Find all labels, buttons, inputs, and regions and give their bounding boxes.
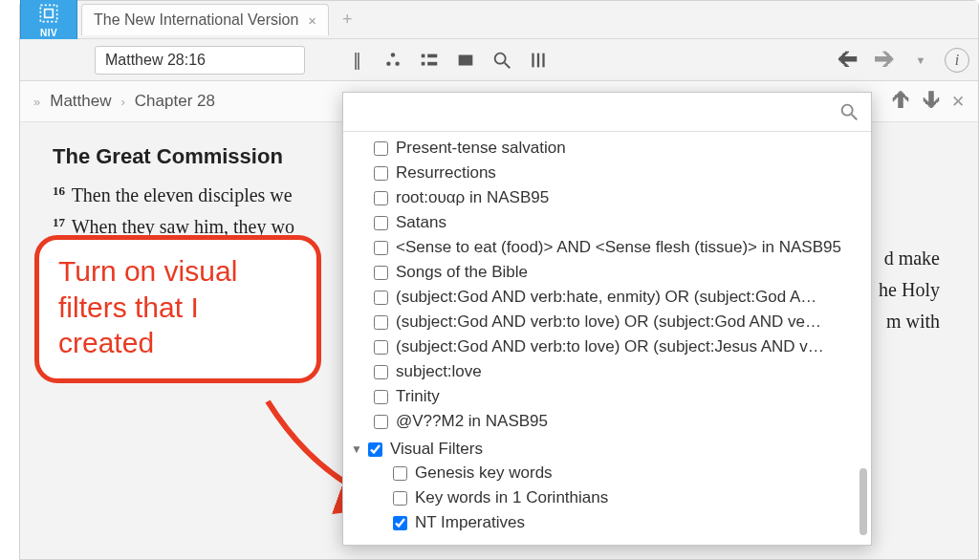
panel-body: Present-tense salvation Resurrections ro…	[343, 132, 871, 545]
filter-checkbox[interactable]	[374, 266, 388, 280]
annotation-text: Turn on visual filters that I created	[58, 255, 237, 358]
filter-item[interactable]: Trinity	[347, 384, 863, 409]
filter-label: Resurrections	[396, 163, 496, 183]
filter-checkbox[interactable]	[374, 241, 388, 255]
panel-search-input[interactable]	[355, 98, 838, 125]
back-arrow-icon[interactable]: 🡰	[835, 47, 861, 74]
svg-point-15	[842, 105, 853, 116]
filter-label: Genesis key words	[415, 463, 553, 483]
info-button[interactable]: i	[944, 47, 970, 74]
svg-rect-7	[427, 54, 437, 57]
filter-item[interactable]: (subject:God AND verb:hate, enmity) OR (…	[347, 285, 863, 310]
annotation-callout: Turn on visual filters that I created	[34, 235, 321, 383]
scrollbar-thumb[interactable]	[859, 468, 867, 535]
filter-checkbox[interactable]	[393, 491, 407, 506]
filter-item[interactable]: Present-tense salvation	[347, 136, 863, 161]
svg-point-2	[391, 53, 395, 56]
parallel-icon[interactable]: ‖	[343, 47, 370, 74]
filter-item[interactable]: Songs of the Bible	[347, 260, 863, 285]
panel-search-row	[343, 93, 871, 132]
filter-item[interactable]: Resurrections	[347, 161, 863, 185]
breadcrumb-close-icon[interactable]: ✕	[951, 92, 965, 112]
dots-icon[interactable]	[380, 47, 406, 74]
filter-checkbox[interactable]	[374, 315, 388, 330]
filter-label: (subject:God AND verb:hate, enmity) OR (…	[396, 288, 816, 307]
filter-item[interactable]: (subject:God AND verb:to love) OR (subje…	[347, 310, 863, 334]
filter-label: root:ουαρ in NASB95	[396, 188, 549, 207]
new-tab-button[interactable]: +	[329, 4, 366, 35]
svg-line-16	[852, 115, 858, 120]
filter-item[interactable]: <Sense to eat (food)> AND <Sense flesh (…	[347, 235, 863, 260]
filter-checkbox[interactable]	[374, 216, 388, 230]
filter-item[interactable]: @V??M2 in NASB95	[347, 409, 863, 434]
filter-label: Key words in 1 Corinthians	[415, 488, 608, 507]
chevron-right-icon: ›	[120, 95, 124, 109]
group-checkbox[interactable]	[368, 442, 382, 457]
verse-text: When they saw him, they wo	[72, 216, 294, 237]
filter-label: Present-tense salvation	[396, 139, 566, 158]
filter-checkbox[interactable]	[374, 166, 388, 181]
visual-filters-panel: Present-tense salvation Resurrections ro…	[342, 92, 872, 546]
breadcrumb-book[interactable]: Matthew	[50, 92, 111, 111]
filter-checkbox[interactable]	[374, 365, 388, 379]
svg-point-10	[495, 53, 506, 63]
filter-label: Trinity	[396, 387, 440, 406]
filter-checkbox[interactable]	[374, 191, 388, 205]
filter-label: (subject:God AND verb:to love) OR (subje…	[396, 337, 824, 356]
forward-menu-caret-icon[interactable]: ▼	[907, 47, 934, 74]
svg-point-3	[386, 61, 390, 65]
svg-rect-5	[422, 54, 425, 57]
verse-text: Then the eleven disciples we	[72, 184, 293, 205]
reference-input[interactable]	[95, 46, 305, 75]
list-icon[interactable]	[416, 47, 443, 74]
breadcrumb-expand-icon[interactable]: »	[33, 95, 40, 109]
filter-label: Songs of the Bible	[396, 263, 528, 282]
search-icon[interactable]	[489, 47, 515, 74]
subfilter-item[interactable]: Genesis key words	[347, 461, 863, 485]
triangle-down-icon[interactable]: ▼	[351, 442, 362, 456]
group-label: Visual Filters	[390, 440, 483, 459]
forward-arrow-icon[interactable]: 🡲	[871, 47, 898, 74]
filter-label: Satans	[396, 213, 446, 232]
svg-rect-0	[40, 5, 56, 21]
svg-rect-9	[459, 54, 473, 65]
filter-label: subject:love	[396, 362, 482, 381]
filter-item[interactable]: Satans	[347, 210, 863, 235]
filter-item[interactable]: root:ουαρ in NASB95	[347, 185, 863, 210]
tab-bar: NIV The New International Version × +	[20, 1, 978, 39]
svg-point-4	[395, 61, 399, 65]
verse-number: 17	[53, 215, 65, 229]
filter-checkbox[interactable]	[374, 415, 388, 429]
svg-rect-6	[422, 61, 425, 65]
verse-number: 16	[53, 183, 65, 198]
filter-group-visual-filters[interactable]: ▼ Visual Filters	[347, 434, 863, 461]
tab-main[interactable]: The New International Version ×	[81, 4, 329, 35]
toolbar: ‖ 🡰 🡲 ▼ i	[20, 39, 978, 81]
svg-rect-1	[45, 10, 54, 18]
filter-label: @V??M2 in NASB95	[396, 412, 548, 431]
filter-checkbox[interactable]	[393, 466, 407, 481]
filter-item[interactable]: (subject:God AND verb:to love) OR (subje…	[347, 334, 863, 359]
filter-label: <Sense to eat (food)> AND <Sense flesh (…	[396, 238, 841, 257]
svg-rect-8	[427, 61, 437, 65]
close-icon[interactable]: ×	[308, 12, 316, 29]
search-icon[interactable]	[838, 101, 859, 122]
subfilter-item[interactable]: Key words in 1 Corinthians	[347, 485, 863, 510]
block-icon[interactable]	[452, 47, 479, 74]
breadcrumb-chapter[interactable]: Chapter 28	[135, 92, 215, 111]
filter-checkbox[interactable]	[374, 141, 388, 156]
svg-line-11	[505, 62, 511, 68]
next-icon[interactable]: 🡳	[921, 89, 942, 114]
filter-label: (subject:God AND verb:to love) OR (subje…	[396, 312, 821, 332]
filter-label: NT Imperatives	[415, 513, 525, 532]
tab-main-label: The New International Version	[94, 11, 298, 29]
filter-checkbox[interactable]	[374, 340, 388, 355]
filter-item[interactable]: subject:love	[347, 359, 863, 384]
filter-checkbox[interactable]	[374, 390, 388, 404]
filter-checkbox[interactable]	[374, 291, 388, 305]
prev-icon[interactable]: 🡱	[890, 89, 911, 114]
columns-icon[interactable]	[525, 47, 552, 74]
filter-checkbox[interactable]	[393, 516, 407, 530]
subfilter-item-nt-imperatives[interactable]: NT Imperatives	[347, 510, 863, 535]
